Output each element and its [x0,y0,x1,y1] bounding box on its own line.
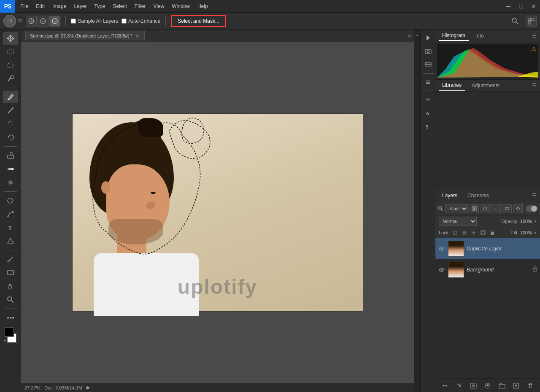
brush-tool-subtract[interactable]: − [49,16,60,27]
auto-enhance-checkbox[interactable] [122,19,127,24]
canvas-scroll[interactable]: uplotify [21,42,414,383]
lock-move-button[interactable] [470,229,478,236]
menu-edit[interactable]: Edit [32,2,48,11]
menu-window[interactable]: Window [168,2,193,11]
paragraph-button[interactable]: ¶ [422,121,434,132]
tool-shape[interactable] [3,235,18,247]
filter-pixel-button[interactable] [470,204,479,213]
tab-channels[interactable]: Channels [464,191,492,200]
tab-adjustments[interactable]: Adjustments [468,81,503,90]
search-button[interactable] [510,16,521,27]
tab-histogram[interactable]: Histogram [439,31,469,41]
tool-lasso[interactable] [3,59,18,72]
snapshot-button[interactable] [422,46,434,57]
layer-row-background[interactable]: Background [435,259,540,280]
tool-history-brush[interactable] [3,131,18,144]
filter-type-button[interactable]: T [491,204,501,213]
kind-filter-select[interactable]: Kind [446,204,468,213]
tool-zoom[interactable] [3,293,18,306]
libraries-menu-button[interactable]: ☰ [532,83,537,89]
delete-layer-button[interactable] [526,381,535,390]
layer-row-duplicate[interactable]: Duplicate Layer [435,238,540,259]
tool-eraser[interactable] [3,149,18,162]
brush-preview[interactable]: 23 [3,15,16,27]
menu-layer[interactable]: Layer [70,2,90,11]
tab-libraries[interactable]: Libraries [439,81,465,91]
tool-text[interactable]: T [3,221,18,234]
tool-more[interactable] [3,311,18,324]
close-button[interactable]: ✕ [527,0,540,13]
right-panels: A ¶ Histogram Info [420,30,540,392]
select-and-mask-button[interactable]: Select and Mask... [171,15,226,27]
channel-button[interactable] [422,76,434,88]
canvas-and-right: Sumber.jpg @ 27,3% (Duplicate Layer, RGB… [21,30,540,392]
brush-tool-standard[interactable] [26,16,37,27]
tab-info[interactable]: Info [472,31,487,40]
tool-blur[interactable] [3,176,18,189]
tool-move[interactable] [3,32,18,45]
layer-visibility-duplicate[interactable] [438,245,446,252]
add-style-button[interactable]: fx [455,381,464,390]
type-tool-side[interactable]: A [422,107,434,119]
link-layers-button[interactable] [440,381,450,390]
tool-dodge[interactable] [3,194,18,207]
lock-artboard-button[interactable] [479,229,487,236]
lock-image-button[interactable] [461,229,468,236]
add-mask-button[interactable] [469,381,478,390]
tool-rect-shape[interactable] [3,266,18,279]
tool-clone-stamp[interactable] [3,118,18,130]
tool-quick-select[interactable] [3,72,18,85]
new-layer-button[interactable] [511,381,521,390]
new-adjustment-button[interactable] [483,381,492,390]
swap-colors-button[interactable]: ⇄ [4,338,7,342]
tool-pen[interactable] [3,208,18,220]
play-button[interactable] [422,32,434,44]
menu-type[interactable]: Type [91,2,108,11]
lock-all-button[interactable] [489,229,496,236]
histogram-menu-button[interactable]: ☰ [532,33,537,39]
menu-file[interactable]: File [17,2,32,11]
workspace-layout-button[interactable] [526,16,537,27]
blend-mode-select[interactable]: Normal [439,217,477,226]
right-panel-collapse[interactable]: » [414,30,420,392]
filter-smart-button[interactable] [513,204,523,213]
tool-hand[interactable] [3,280,18,293]
minimize-button[interactable]: ─ [502,0,515,13]
foreground-color-swatch[interactable] [5,328,14,337]
menu-items: File Edit Image Layer Type Select Filter… [17,2,211,11]
toolbar-separator-4 [4,250,17,250]
menu-help[interactable]: Help [194,2,211,11]
layers-side-button[interactable] [422,59,434,71]
tool-brush[interactable] [3,91,18,103]
fill-chevron-icon[interactable]: ▾ [535,231,537,235]
close-tab-button[interactable]: ✕ [135,33,139,39]
tool-marquee-rect[interactable] [3,46,18,58]
color-swatches[interactable]: ⇄ [3,328,18,343]
panel-toggle-button[interactable]: » [408,32,411,40]
sample-all-layers-group[interactable]: Sample All Layers [71,18,118,24]
tool-gradient[interactable] [3,163,18,175]
filter-shape-button[interactable] [502,204,512,213]
menu-image[interactable]: Image [49,2,70,11]
filter-toggle[interactable] [526,205,537,212]
sample-all-layers-checkbox[interactable] [71,19,76,24]
menu-filter[interactable]: Filter [131,2,149,11]
maximize-button[interactable]: □ [515,0,527,13]
tab-layers[interactable]: Layers [439,191,461,200]
brush-tool-add[interactable]: + [38,16,49,27]
opacity-chevron-icon[interactable]: ▾ [535,219,537,223]
layer-visibility-background[interactable] [438,266,446,274]
menu-view[interactable]: View [150,2,167,11]
status-bar: 27,27% Doc: 7,03M/14,1M ▶ [21,383,414,392]
tool-path-select[interactable] [3,253,18,266]
filter-adjustment-button[interactable] [481,204,490,213]
status-arrow[interactable]: ▶ [86,385,90,390]
ai-button[interactable] [422,94,434,105]
new-group-button[interactable] [497,381,507,390]
auto-enhance-group[interactable]: Auto-Enhance [122,18,160,24]
lock-transparent-button[interactable] [451,229,459,236]
document-tab[interactable]: Sumber.jpg @ 27,3% (Duplicate Layer, RGB… [25,31,145,40]
tool-healing[interactable] [3,104,18,117]
layers-menu-button[interactable]: ☰ [532,193,537,199]
menu-select[interactable]: Select [109,2,130,11]
